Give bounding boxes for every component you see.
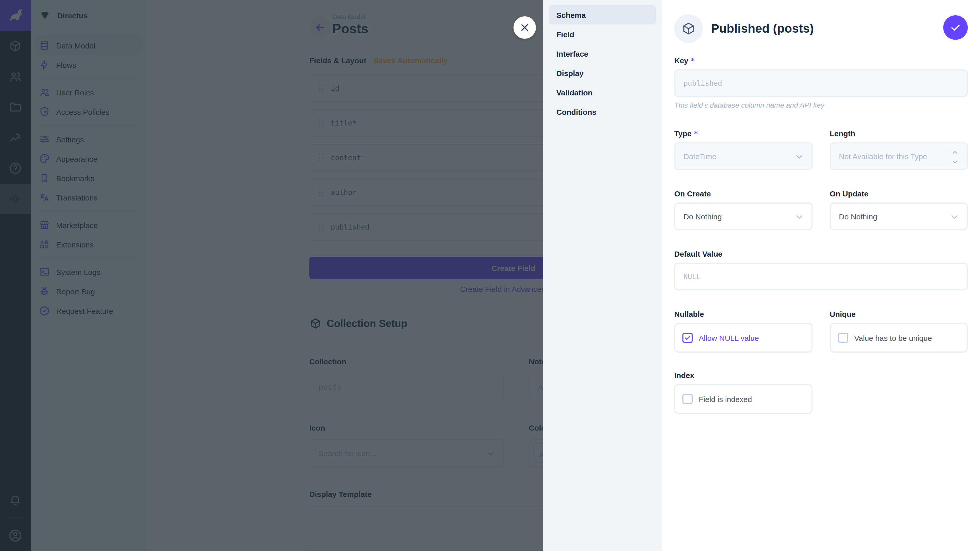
key-label: Key * — [674, 56, 968, 65]
directus-app: Directus Data Model Flows User Roles Acc… — [0, 0, 980, 551]
unique-label: Unique — [830, 310, 968, 319]
length-input[interactable] — [831, 143, 967, 169]
length-label: Length — [830, 129, 968, 138]
field-detail-drawer: Schema Field Interface Display Validatio… — [543, 0, 980, 551]
drawer-content: Published (posts) Key * This field's dat… — [662, 0, 980, 551]
key-input-wrapper — [674, 69, 968, 97]
nullable-checkbox-label: Allow NULL value — [699, 333, 759, 342]
on-create-value — [675, 203, 811, 229]
type-label: Type * — [674, 129, 812, 138]
index-checkbox-label: Field is indexed — [699, 395, 752, 403]
key-input[interactable] — [675, 70, 967, 96]
required-mark: * — [694, 130, 698, 138]
close-icon — [519, 22, 530, 33]
index-checkbox-row[interactable]: Field is indexed — [674, 384, 812, 414]
default-value-label: Default Value — [674, 249, 968, 259]
tab-interface[interactable]: Interface — [549, 44, 656, 63]
on-create-label: On Create — [674, 189, 812, 198]
key-note: This field's database column name and AP… — [674, 101, 968, 110]
drawer-dim-overlay[interactable] — [0, 0, 543, 551]
nullable-checkbox-row[interactable]: Allow NULL value — [674, 323, 812, 353]
tab-validation[interactable]: Validation — [549, 83, 656, 102]
index-label: Index — [674, 371, 968, 380]
drawer-nav: Schema Field Interface Display Validatio… — [543, 0, 662, 551]
drawer-close-button[interactable] — [514, 16, 536, 39]
check-icon — [950, 21, 962, 34]
tab-display[interactable]: Display — [549, 63, 656, 83]
on-update-select[interactable] — [830, 203, 968, 230]
drawer-title: Published (posts) — [711, 21, 814, 36]
nullable-label: Nullable — [674, 310, 812, 319]
save-button[interactable] — [943, 15, 968, 40]
length-input-wrapper — [830, 142, 968, 170]
on-update-value — [831, 203, 967, 229]
tab-field[interactable]: Field — [549, 24, 656, 44]
required-mark: * — [690, 57, 695, 65]
field-box-icon — [674, 14, 703, 43]
on-update-label: On Update — [830, 189, 968, 198]
tab-schema[interactable]: Schema — [549, 5, 656, 24]
type-select[interactable] — [674, 142, 812, 170]
type-select-value — [675, 143, 811, 169]
default-value-input[interactable] — [675, 264, 967, 289]
default-value-input-wrapper — [674, 263, 968, 290]
unique-checkbox-label: Value has to be unique — [854, 333, 932, 342]
on-create-select[interactable] — [674, 203, 812, 230]
drawer-header: Published (posts) — [674, 14, 968, 43]
tab-conditions[interactable]: Conditions — [549, 102, 656, 121]
checkbox-checked-icon[interactable] — [682, 333, 693, 343]
checkbox-unchecked-icon[interactable] — [682, 394, 693, 404]
unique-checkbox-row[interactable]: Value has to be unique — [830, 323, 968, 353]
checkbox-unchecked-icon[interactable] — [838, 333, 848, 343]
